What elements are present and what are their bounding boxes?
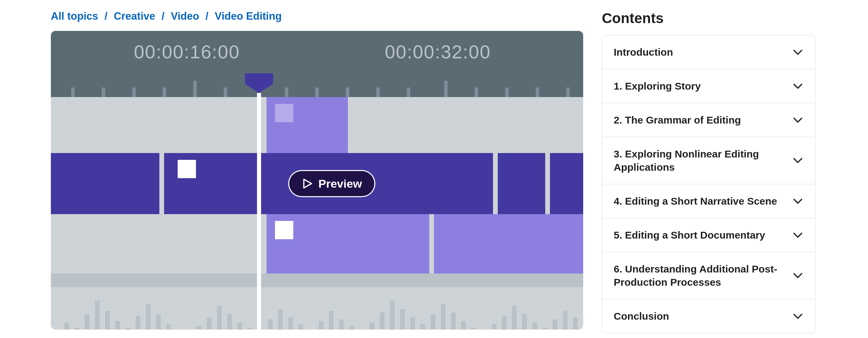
clip-thumbnail	[275, 104, 293, 122]
timeline-audio-track	[51, 287, 583, 330]
timecode-label: 00:00:32:00	[385, 41, 491, 63]
contents-heading: Contents	[602, 0, 815, 35]
contents-item-conclusion[interactable]: Conclusion	[602, 299, 815, 333]
breadcrumb-link-all-topics[interactable]: All topics	[51, 10, 98, 22]
timeline-clip	[550, 153, 583, 214]
breadcrumb-link-video-editing[interactable]: Video Editing	[215, 10, 282, 22]
timecode-label: 00:00:16:00	[134, 41, 240, 63]
timeline-clip	[267, 97, 348, 153]
timeline-track	[51, 97, 583, 153]
breadcrumb-separator: /	[205, 10, 209, 22]
chevron-down-icon	[792, 114, 804, 126]
contents-item-label: Conclusion	[614, 309, 669, 323]
contents-item-label: 4. Editing a Short Narrative Scene	[614, 194, 777, 208]
timeline-clip	[434, 214, 583, 274]
timeline-clip	[267, 214, 429, 274]
contents-item-nonlinear-applications[interactable]: 3. Exploring Nonlinear Editing Applicati…	[602, 137, 815, 184]
contents-item-label: 3. Exploring Nonlinear Editing Applicati…	[614, 147, 785, 174]
breadcrumb-separator: /	[161, 10, 164, 22]
clip-thumbnail	[178, 160, 196, 178]
playhead-icon	[245, 73, 273, 93]
contents-item-introduction[interactable]: Introduction	[602, 35, 815, 69]
timeline-ruler: 00:00:16:00 00:00:32:00	[51, 31, 583, 97]
contents-item-short-narrative[interactable]: 4. Editing a Short Narrative Scene	[602, 184, 815, 218]
breadcrumb-link-video[interactable]: Video	[171, 10, 199, 22]
playhead	[245, 31, 273, 93]
contents-item-label: 6. Understanding Additional Post-Product…	[614, 262, 785, 289]
contents-item-short-documentary[interactable]: 5. Editing a Short Documentary	[602, 218, 815, 252]
chevron-down-icon	[792, 270, 804, 281]
contents-item-label: 5. Editing a Short Documentary	[614, 228, 765, 242]
ruler-ticks	[51, 77, 583, 97]
audio-waveform	[51, 297, 583, 330]
breadcrumb-separator: /	[104, 10, 107, 22]
timeline-track	[51, 214, 583, 274]
timeline-clip	[498, 153, 545, 214]
chevron-down-icon	[792, 155, 804, 166]
contents-item-label: Introduction	[614, 45, 673, 59]
chevron-down-icon	[792, 229, 804, 241]
timeline-clip	[51, 153, 159, 214]
chevron-down-icon	[792, 80, 804, 92]
play-icon	[301, 178, 313, 189]
timeline-track-divider	[51, 274, 583, 287]
chevron-down-icon	[792, 311, 804, 322]
contents-item-grammar-of-editing[interactable]: 2. The Grammar of Editing	[602, 103, 815, 137]
chevron-down-icon	[792, 46, 804, 58]
contents-item-label: 2. The Grammar of Editing	[614, 113, 741, 127]
chevron-down-icon	[792, 195, 804, 207]
preview-button[interactable]: Preview	[288, 170, 375, 197]
preview-button-label: Preview	[318, 177, 362, 190]
breadcrumb: All topics / Creative / Video / Video Ed…	[51, 0, 583, 31]
course-thumbnail-timeline[interactable]: 00:00:16:00 00:00:32:00	[51, 31, 583, 330]
clip-thumbnail	[275, 221, 293, 239]
contents-item-post-production[interactable]: 6. Understanding Additional Post-Product…	[602, 252, 815, 299]
contents-item-label: 1. Exploring Story	[614, 79, 701, 93]
contents-item-exploring-story[interactable]: 1. Exploring Story	[602, 69, 815, 103]
breadcrumb-link-creative[interactable]: Creative	[114, 10, 155, 22]
contents-list: Introduction 1. Exploring Story 2. The G…	[602, 35, 815, 333]
